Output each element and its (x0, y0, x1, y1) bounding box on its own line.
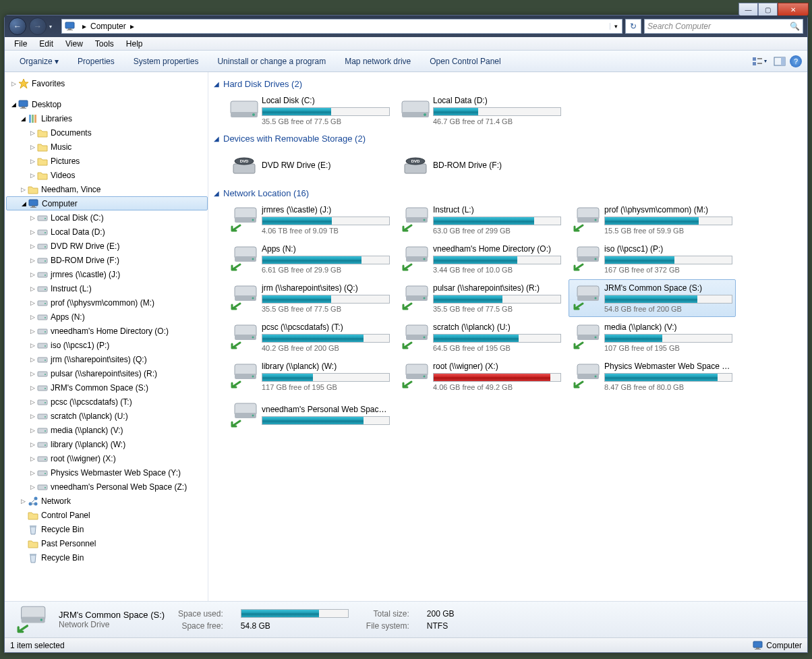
expand-icon[interactable]: ▷ (28, 413, 37, 420)
preview-pane-button[interactable] (774, 57, 786, 66)
tree-network[interactable]: ▷Network (6, 494, 208, 508)
system-properties-button[interactable]: System properties (124, 54, 208, 69)
menu-file[interactable]: File (9, 38, 32, 50)
tree-recycle-1[interactable]: Recycle Bin (6, 522, 208, 536)
expand-icon[interactable]: ▷ (28, 229, 37, 235)
drive-item[interactable]: Instruct (L:)63.0 GB free of 299 GB (397, 201, 564, 239)
menu-help[interactable]: Help (121, 38, 148, 50)
expand-icon[interactable]: ▷ (28, 130, 37, 136)
tree-favorites[interactable]: ▷Favorites (6, 76, 208, 90)
tree-libraries[interactable]: ◢Libraries (6, 111, 208, 125)
collapse-icon[interactable]: ◢ (214, 135, 219, 142)
tree-drive-19[interactable]: ▷vneedham's Personal Web Space (Z:) (6, 480, 208, 494)
expand-icon[interactable]: ▷ (28, 370, 37, 377)
tree-drive-1[interactable]: ▷Local Data (D:) (6, 225, 208, 239)
drive-item[interactable]: pcsc (\\pcscdatafs) (T:)40.2 GB free of … (226, 318, 393, 356)
tree-drive-11[interactable]: ▷pulsar (\\sharepoint\sites) (R:) (6, 366, 208, 380)
drive-item[interactable]: prof (\\physvm\common) (M:)15.5 GB free … (569, 201, 736, 239)
tree-lib-1[interactable]: ▷Music (6, 140, 208, 154)
properties-button[interactable]: Properties (68, 54, 124, 69)
refresh-button[interactable]: ↻ (625, 19, 641, 34)
expand-icon[interactable]: ▷ (28, 469, 37, 476)
expand-icon[interactable]: ▷ (28, 427, 37, 434)
tree-user[interactable]: ▷Needham, Vince (6, 182, 208, 196)
tree-drive-15[interactable]: ▷media (\\planck) (V:) (6, 423, 208, 437)
tree-lib-2[interactable]: ▷Pictures (6, 154, 208, 168)
expand-icon[interactable]: ◢ (9, 101, 18, 108)
expand-icon[interactable]: ▷ (28, 441, 37, 448)
tree-drive-14[interactable]: ▷scratch (\\planck) (U:) (6, 409, 208, 423)
tree-drive-3[interactable]: ▷BD-ROM Drive (F:) (6, 253, 208, 267)
tree-drive-7[interactable]: ▷Apps (N:) (6, 310, 208, 324)
expand-icon[interactable]: ▷ (28, 214, 37, 221)
expand-icon[interactable]: ▷ (28, 172, 37, 179)
collapse-icon[interactable]: ◢ (214, 80, 219, 88)
forward-button[interactable]: → (29, 18, 47, 35)
drive-item[interactable]: media (\\planck) (V:)107 GB free of 195 … (569, 318, 736, 356)
group-removable[interactable]: ◢Devices with Removable Storage (2) (214, 134, 802, 144)
tree-lib-3[interactable]: ▷Videos (6, 168, 208, 182)
expand-icon[interactable]: ▷ (28, 144, 37, 150)
tree-drive-2[interactable]: ▷DVD RW Drive (E:) (6, 239, 208, 253)
drive-item[interactable]: scratch (\\planck) (U:)64.5 GB free of 1… (397, 318, 564, 356)
expand-icon[interactable]: ◢ (19, 200, 28, 207)
uninstall-button[interactable]: Uninstall or change a program (208, 54, 335, 69)
expand-icon[interactable]: ▷ (28, 299, 37, 306)
tree-control-panel[interactable]: Control Panel (6, 508, 208, 522)
drive-item[interactable]: pulsar (\\sharepoint\sites) (R:)35.5 GB … (397, 279, 564, 317)
tree-drive-17[interactable]: ▷root (\\wigner) (X:) (6, 451, 208, 465)
menu-tools[interactable]: Tools (90, 38, 119, 50)
tree-drive-6[interactable]: ▷prof (\\physvm\common) (M:) (6, 295, 208, 310)
expand-icon[interactable]: ▷ (28, 285, 37, 292)
expand-icon[interactable]: ▷ (28, 257, 37, 264)
tree-computer[interactable]: ◢Computer (6, 196, 208, 210)
expand-icon[interactable]: ▷ (28, 328, 37, 335)
menu-view[interactable]: View (60, 38, 88, 50)
control-panel-button[interactable]: Open Control Panel (420, 54, 510, 69)
tree-past-personnel[interactable]: Past Personnel (6, 536, 208, 550)
drive-item[interactable]: vneedham's Home Directory (O:)3.44 GB fr… (397, 240, 564, 278)
address-sep-icon[interactable]: ▸ (78, 22, 90, 31)
drive-item[interactable]: library (\\planck) (W:)117 GB free of 19… (226, 357, 393, 395)
map-drive-button[interactable]: Map network drive (335, 54, 420, 69)
tree-drive-18[interactable]: ▷Physics Webmaster Web Space (Y:) (6, 465, 208, 480)
drive-item[interactable]: Local Data (D:)46.7 GB free of 71.4 GB (397, 92, 564, 130)
drive-item[interactable]: jrmres (\\castle) (J:)4.06 TB free of 9.… (226, 201, 393, 239)
expand-icon[interactable]: ▷ (28, 455, 37, 462)
tree-drive-13[interactable]: ▷pcsc (\\pcscdatafs) (T:) (6, 395, 208, 409)
menu-edit[interactable]: Edit (34, 38, 59, 50)
expand-icon[interactable]: ▷ (28, 342, 37, 349)
maximize-button[interactable]: ▢ (758, 3, 778, 16)
tree-desktop[interactable]: ◢Desktop (6, 97, 208, 111)
organize-button[interactable]: Organize ▾ (10, 54, 68, 69)
tree-drive-10[interactable]: ▷jrm (\\sharepoint\sites) (Q:) (6, 352, 208, 366)
group-hdd[interactable]: ◢Hard Disk Drives (2) (214, 79, 802, 89)
drive-item[interactable]: DVD RW Drive (E:) (226, 146, 393, 184)
drive-item[interactable]: Local Disk (C:)35.5 GB free of 77.5 GB (226, 92, 393, 130)
search-icon[interactable]: 🔍 (790, 22, 800, 31)
tree-drive-8[interactable]: ▷vneedham's Home Directory (O:) (6, 324, 208, 338)
expand-icon[interactable]: ▷ (9, 80, 18, 87)
drive-item[interactable]: Physics Webmaster Web Space (Y:)8.47 GB … (569, 357, 736, 395)
drive-item[interactable]: JRM's Common Space (S:)54.8 GB free of 2… (569, 279, 736, 317)
address-sep-icon[interactable]: ▸ (126, 22, 138, 31)
expand-icon[interactable]: ◢ (18, 115, 28, 122)
expand-icon[interactable]: ▷ (28, 271, 37, 278)
back-button[interactable]: ← (9, 18, 26, 35)
expand-icon[interactable]: ▷ (28, 158, 37, 165)
expand-icon[interactable]: ▷ (28, 384, 37, 391)
nav-history-dropdown[interactable]: ▾ (49, 24, 59, 30)
search-input[interactable]: Search Computer 🔍 (644, 19, 803, 34)
view-mode-button[interactable]: ▾ (749, 55, 770, 67)
address-dropdown[interactable]: ▾ (610, 23, 622, 30)
address-bar[interactable]: ▸ Computer ▸ ▾ (61, 19, 622, 34)
group-network[interactable]: ◢Network Location (16) (214, 188, 802, 198)
help-button[interactable]: ? (790, 55, 802, 67)
minimize-button[interactable]: — (738, 3, 758, 16)
tree-recycle-2[interactable]: Recycle Bin (6, 550, 208, 565)
tree-drive-16[interactable]: ▷library (\\planck) (W:) (6, 437, 208, 451)
address-segment[interactable]: Computer (90, 22, 126, 31)
drive-item[interactable]: Apps (N:)6.61 GB free of 29.9 GB (226, 240, 393, 278)
collapse-icon[interactable]: ◢ (214, 190, 219, 197)
drive-item[interactable]: jrm (\\sharepoint\sites) (Q:)35.5 GB fre… (226, 279, 393, 317)
